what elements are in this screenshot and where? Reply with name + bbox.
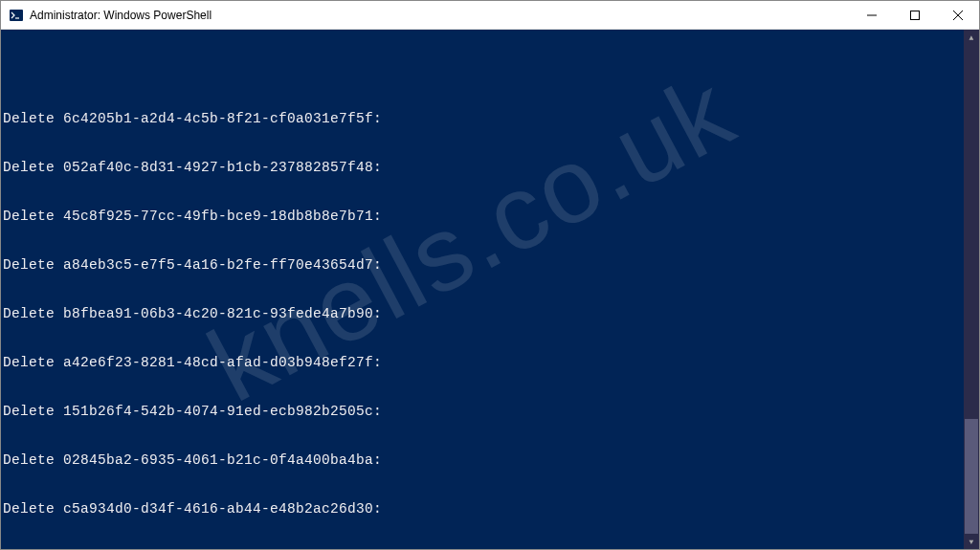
- terminal-line: Delete 45c8f925-77cc-49fb-bce9-18db8b8e7…: [3, 209, 977, 225]
- window-title: Administrator: Windows PowerShell: [30, 9, 850, 22]
- minimize-button[interactable]: [850, 1, 893, 29]
- terminal-line: Delete 02845ba2-6935-4061-b21c-0f4a400ba…: [3, 452, 977, 469]
- window: Administrator: Windows PowerShell knells…: [0, 0, 980, 550]
- terminal-line: Delete a84eb3c5-e7f5-4a16-b2fe-ff70e4365…: [3, 257, 977, 274]
- window-controls: [850, 1, 979, 29]
- terminal-line: Delete 151b26f4-542b-4074-91ed-ecb982b25…: [3, 404, 977, 420]
- maximize-button[interactable]: [893, 1, 936, 29]
- scrollbar-thumb[interactable]: [965, 419, 978, 534]
- terminal-line: Delete c5a934d0-d34f-4616-ab44-e48b2ac26…: [3, 501, 977, 517]
- terminal-line: Delete 6c4205b1-a2d4-4c5b-8f21-cf0a031e7…: [3, 111, 977, 127]
- scrollbar-down-arrow[interactable]: ▼: [964, 534, 979, 549]
- scrollbar-up-arrow[interactable]: ▲: [964, 30, 979, 45]
- powershell-icon: [9, 8, 24, 23]
- terminal-line: Delete 052af40c-8d31-4927-b1cb-237882857…: [3, 160, 977, 176]
- terminal[interactable]: knells.co.uk Delete 6c4205b1-a2d4-4c5b-8…: [1, 30, 979, 549]
- scrollbar[interactable]: ▲ ▼: [964, 30, 979, 549]
- terminal-line: Delete a42e6f23-8281-48cd-afad-d03b948ef…: [3, 355, 977, 371]
- terminal-line: Delete b8fbea91-06b3-4c20-821c-93fede4a7…: [3, 306, 977, 322]
- svg-rect-0: [10, 10, 23, 21]
- terminal-content: Delete 6c4205b1-a2d4-4c5b-8f21-cf0a031e7…: [3, 78, 977, 549]
- svg-rect-3: [910, 11, 919, 19]
- close-button[interactable]: [936, 1, 979, 29]
- titlebar[interactable]: Administrator: Windows PowerShell: [1, 1, 979, 30]
